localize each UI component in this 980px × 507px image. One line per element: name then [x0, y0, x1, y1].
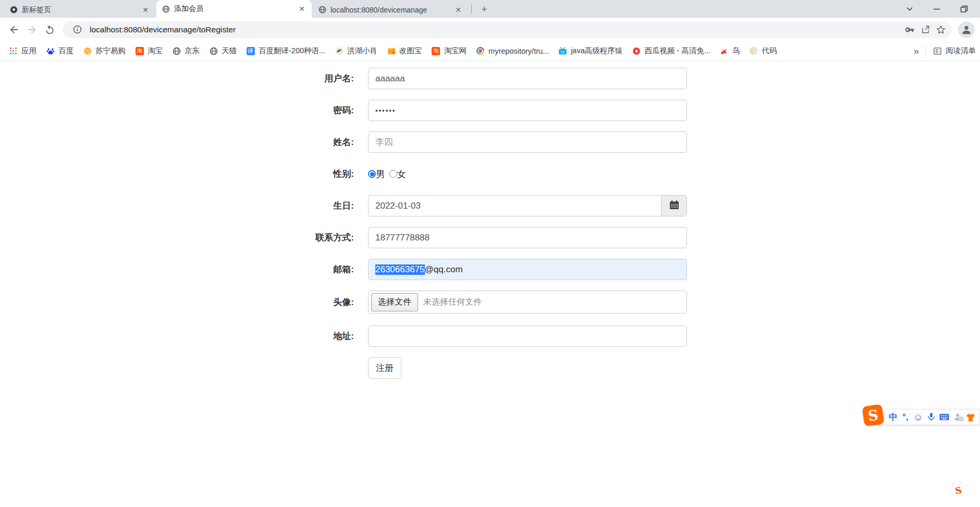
tab-close-icon[interactable]: ✕ [297, 4, 307, 14]
red-bird-icon [720, 46, 729, 55]
bookmark-label: 百度 [58, 46, 74, 56]
new-tab-button[interactable]: + [477, 3, 491, 16]
contact-label: 联系方式: [0, 232, 368, 244]
profile-avatar[interactable] [958, 21, 975, 38]
tab-close-icon[interactable]: ✕ [454, 5, 463, 15]
ime-emoji-icon[interactable]: ☺ [913, 412, 923, 423]
register-button[interactable]: 注册 [368, 357, 401, 379]
restore-icon[interactable] [957, 2, 971, 16]
bookmark-label: 百度翻译-200种语... [259, 46, 325, 56]
contact-input[interactable]: 18777778888 [368, 227, 687, 248]
bookmark-suning[interactable]: 苏宁易购 [78, 44, 130, 58]
ime-skin-person-icon[interactable]: 16 [954, 413, 961, 421]
globe-favicon [318, 6, 326, 14]
drag-dots-icon: ⋮ [950, 486, 954, 488]
bookmark-xigua[interactable]: 西瓜视频 - 高清免... [627, 44, 715, 58]
sogou-partial-logo-icon: S [954, 485, 971, 494]
bookmark-label: java高级程序猿 [571, 46, 622, 56]
site-info-icon[interactable] [69, 22, 85, 38]
bookmark-jd[interactable]: 京东 [167, 44, 204, 58]
address-input[interactable] [368, 325, 687, 347]
taobao-icon: 淘 [135, 46, 144, 55]
forward-icon[interactable] [23, 21, 41, 39]
bookmark-label: 改图宝 [399, 46, 422, 56]
tab-close-icon[interactable]: ✕ [141, 5, 150, 15]
username-label: 用户名: [0, 73, 368, 84]
contact-row: 联系方式: 18777778888 [0, 227, 980, 248]
tab-add-member[interactable]: 添加会员 ✕ [156, 0, 312, 18]
xigua-play-icon [632, 46, 641, 55]
ime-shirt-icon[interactable] [966, 413, 975, 421]
bookmark-java[interactable]: java高级程序猿 [554, 44, 627, 58]
email-input[interactable]: 2630663675@qq.com [368, 259, 687, 280]
tab-localhost[interactable]: localhost:8080/devicemanage ✕ [313, 2, 468, 18]
bookmark-label: 代码 [762, 46, 777, 56]
globe-icon [209, 46, 218, 55]
ime-keyboard-icon[interactable] [939, 414, 949, 420]
submit-row: 注册 [0, 357, 980, 379]
bookmark-label: 西瓜视频 - 高清免... [644, 46, 710, 56]
bookmark-apps[interactable]: 应用 [4, 44, 41, 58]
password-input[interactable]: •••••• [368, 100, 687, 121]
gender-female-radio[interactable] [389, 170, 397, 178]
bookmark-honghu[interactable]: 洪湖小肖 [330, 44, 382, 58]
gender-male-radio[interactable] [368, 170, 376, 178]
date-picker-button[interactable] [661, 195, 687, 216]
address-bar[interactable]: localhost:8080/devicemanage/toRegister [63, 21, 952, 38]
bookmark-gaitubao[interactable]: 改图宝 [382, 44, 427, 58]
bookmark-myrepository[interactable]: myrepository/tru... [471, 44, 554, 58]
apps-grid-icon [9, 46, 18, 55]
email-row: 邮箱: 2630663675@qq.com [0, 259, 980, 280]
bookmark-label: 淘宝网 [444, 46, 467, 56]
bilibili-tv-icon [558, 46, 567, 55]
avatar-row: 头像: 选择文件 未选择任何文件 [0, 291, 980, 313]
bookmark-baidu-translate[interactable]: 译 百度翻译-200种语... [241, 44, 330, 58]
reload-icon[interactable] [41, 21, 58, 39]
choose-file-button[interactable]: 选择文件 [371, 293, 418, 311]
birthday-input[interactable]: 2022-01-03 [368, 195, 661, 216]
gender-row: 性别: 男女 [0, 163, 980, 185]
globe-favicon [162, 5, 170, 13]
back-icon[interactable] [5, 21, 23, 39]
reading-list-button[interactable]: 阅读清单 [926, 46, 980, 56]
bookmarks-bar: 应用 百度 苏宁易购 淘 淘宝 京东 天猫 译 百度翻译-200种语... [0, 41, 980, 61]
bookmark-code[interactable]: 代码 [744, 44, 781, 58]
name-input[interactable]: 李四 [368, 131, 687, 153]
tab-new-tab-page[interactable]: 新标签页 ✕ [4, 2, 155, 18]
gender-label: 性别: [0, 168, 368, 180]
name-label: 姓名: [0, 136, 368, 148]
dark-circle-favicon [9, 6, 18, 14]
bookmark-star-icon[interactable] [933, 22, 949, 38]
bookmark-label: 京东 [185, 46, 200, 56]
bookmark-tmall[interactable]: 天猫 [204, 44, 241, 58]
avatar-file-input[interactable]: 选择文件 未选择任何文件 [368, 291, 687, 313]
bookmark-label: 苏宁易购 [95, 46, 126, 56]
gender-male-label: 男 [376, 168, 385, 180]
username-input[interactable]: aaaaaa [368, 68, 687, 89]
bookmarks-overflow-chevron[interactable]: » [907, 45, 925, 57]
minimize-icon[interactable] [930, 2, 944, 16]
bookmark-baidu[interactable]: 百度 [41, 44, 78, 58]
password-key-icon[interactable] [902, 22, 917, 38]
bookmark-bird[interactable]: 鸟 [715, 44, 745, 58]
chevron-down-icon[interactable] [903, 2, 916, 16]
bookmark-taobao-wang[interactable]: 淘 淘宝网 [427, 44, 472, 58]
tab-separator [471, 5, 472, 14]
bookmark-taobao[interactable]: 淘 淘宝 [130, 44, 167, 58]
url-text[interactable]: localhost:8080/devicemanage/toRegister [90, 25, 902, 34]
share-icon[interactable] [917, 22, 933, 38]
email-rest-text: @qq.com [425, 264, 463, 275]
suning-lion-icon [83, 46, 92, 55]
email-label: 邮箱: [0, 263, 368, 275]
bookmark-label: 鸟 [732, 46, 740, 56]
ime-chinese-mode[interactable]: 中 [889, 411, 898, 423]
gaitubao-folder-icon [387, 46, 396, 55]
sogou-mini-handle[interactable]: ⋮ S [950, 485, 980, 494]
tab-title: 添加会员 [174, 4, 293, 14]
sogou-logo-icon[interactable]: S [862, 404, 885, 427]
tab-title: localhost:8080/devicemanage [330, 6, 449, 14]
ime-mic-icon[interactable] [928, 413, 935, 421]
eagle-icon [335, 46, 344, 55]
reading-list-label: 阅读清单 [946, 46, 976, 56]
ime-punctuation-toggle[interactable]: °, [902, 412, 909, 422]
